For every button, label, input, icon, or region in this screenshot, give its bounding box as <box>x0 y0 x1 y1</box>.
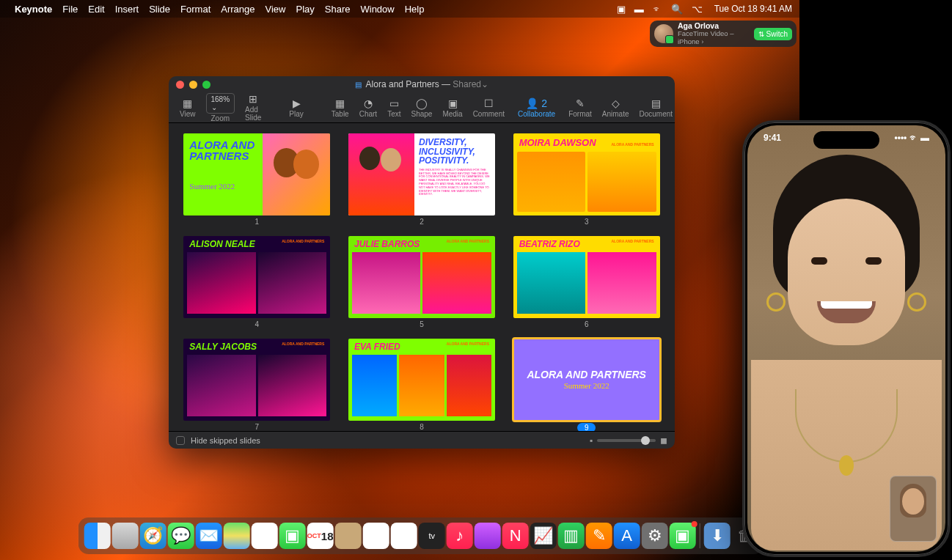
dock-notes[interactable] <box>391 523 417 549</box>
thumbnail-large-icon[interactable]: ◼ <box>660 435 667 446</box>
switch-button[interactable]: ⇅ Switch <box>754 28 792 40</box>
dock-news[interactable]: N <box>502 523 529 549</box>
menu-slide[interactable]: Slide <box>149 4 170 15</box>
view-button[interactable]: ▦View <box>176 97 199 118</box>
dock-messages[interactable]: 💬 <box>168 523 194 549</box>
slide-7[interactable]: SALLY JACOBSALORA AND PARTNERS <box>183 339 330 421</box>
slide-6-tag: ALORA AND PARTNERS <box>612 239 654 249</box>
menu-edit[interactable]: Edit <box>88 4 104 15</box>
zoom-control[interactable]: 168% ⌄Zoom <box>202 93 239 122</box>
dock-appstore[interactable]: A <box>614 523 640 549</box>
iphone-device: 9:41 •••• ᯤ ▬ <box>742 120 951 557</box>
menu-file[interactable]: File <box>62 4 78 15</box>
menu-view[interactable]: View <box>266 4 286 15</box>
chart-icon: ◔ <box>364 97 373 109</box>
menu-help[interactable]: Help <box>405 4 425 15</box>
menubar: Keynote File Edit Insert Slide Format Ar… <box>0 0 799 18</box>
slide-4[interactable]: ALISON NEALEALORA AND PARTNERS <box>183 236 330 318</box>
dock-music[interactable]: ♪ <box>447 523 473 549</box>
wifi-icon[interactable]: ᯤ <box>653 4 662 15</box>
facetime-handoff-notification[interactable]: Aga Orlova FaceTime Video – iPhone › ⇅ S… <box>650 21 797 47</box>
slide-num-6: 6 <box>585 320 589 328</box>
shape-button[interactable]: ◯Shape <box>407 97 436 118</box>
dock-downloads[interactable]: ⬇ <box>704 523 731 549</box>
switch-icon: ⇅ <box>758 30 764 38</box>
slide-4-tag: ALORA AND PARTNERS <box>282 239 324 249</box>
dock-podcasts[interactable] <box>475 523 501 549</box>
dock-calendar[interactable]: OCT18 <box>307 523 334 549</box>
dock-safari[interactable]: 🧭 <box>140 523 166 549</box>
slide-9[interactable]: ALORA AND PARTNERSSummer 2022 <box>513 339 660 421</box>
dock-launchpad[interactable] <box>112 523 139 549</box>
media-button[interactable]: ▣Media <box>439 97 466 118</box>
document-button[interactable]: ▤Document <box>636 97 675 118</box>
slide-num-3: 3 <box>585 218 589 226</box>
dock-facetime[interactable]: ▣ <box>279 523 306 549</box>
comment-button[interactable]: ☐Comment <box>469 97 508 118</box>
slide-7-title: SALLY JACOBS <box>189 342 257 352</box>
window-titlebar[interactable]: ▤ Alora and Partners — Shared⌄ <box>169 76 675 92</box>
text-button[interactable]: ▭Text <box>384 97 404 118</box>
collaborate-button[interactable]: 👤 2Collaborate <box>514 97 559 118</box>
camera-icon[interactable]: ▣ <box>617 4 626 15</box>
battery-icon[interactable]: ▬ <box>634 4 644 15</box>
table-button[interactable]: ▦Table <box>328 97 353 118</box>
thumbnail-size-slider[interactable] <box>597 439 656 442</box>
slide-6[interactable]: BEATRIZ RIZOALORA AND PARTNERS <box>513 236 660 318</box>
menu-format[interactable]: Format <box>180 4 210 15</box>
hide-skipped-checkbox[interactable] <box>176 436 185 445</box>
slide-1[interactable]: ALORA AND PARTNERSSummer 2022 <box>183 133 330 215</box>
format-button[interactable]: ✎Format <box>565 97 596 118</box>
slide-5[interactable]: JULIE BARROSALORA AND PARTNERS <box>348 236 495 318</box>
dock-settings[interactable]: ⚙ <box>642 523 668 549</box>
dock-tv[interactable]: tv <box>419 523 445 549</box>
control-center-icon[interactable]: ⌥ <box>692 4 703 15</box>
menu-window[interactable]: Window <box>360 4 394 15</box>
chart-button[interactable]: ◔Chart <box>356 97 381 118</box>
dock-pages[interactable]: ✎ <box>586 523 612 549</box>
dock-reminders[interactable] <box>363 523 389 549</box>
facetime-caller-face <box>766 169 927 375</box>
slide-2-body: THE INDUSTRY IS REALLY CHANGING FOR THE … <box>419 169 491 196</box>
close-button[interactable] <box>176 81 184 89</box>
slide-num-1: 1 <box>255 218 260 226</box>
minimize-button[interactable] <box>189 81 197 89</box>
menu-share[interactable]: Share <box>325 4 351 15</box>
dock-finder[interactable] <box>84 523 111 549</box>
spotlight-icon[interactable]: 🔍 <box>671 4 683 15</box>
slide-2[interactable]: DIVERSITY, INCLUSIVITY, POSITIVITY.THE I… <box>348 133 495 215</box>
dock-mail[interactable]: ✉️ <box>196 523 222 549</box>
fullscreen-button[interactable] <box>202 81 210 89</box>
dock-stocks[interactable]: 📈 <box>530 523 557 549</box>
dock-maps[interactable] <box>224 523 250 549</box>
dock-photos[interactable]: ❀ <box>252 523 278 549</box>
menu-arrange[interactable]: Arrange <box>221 4 255 15</box>
document-pane-icon: ▤ <box>651 97 661 109</box>
menubar-date[interactable]: Tue Oct 18 9:41 AM <box>714 4 792 14</box>
collaborate-icon: 👤 2 <box>526 97 547 109</box>
app-name[interactable]: Keynote <box>15 4 52 15</box>
slide-8-title: EVA FRIED <box>354 342 400 352</box>
dock-contacts[interactable] <box>335 523 362 549</box>
facetime-pip-self-view[interactable] <box>890 476 937 542</box>
slide-num-8: 8 <box>420 423 424 431</box>
dock-numbers[interactable]: ▥ <box>558 523 585 549</box>
animate-button[interactable]: ◇Animate <box>598 97 633 118</box>
slide-8[interactable]: EVA FRIEDALORA AND PARTNERS <box>348 339 495 421</box>
iphone-screen: 9:41 •••• ᯤ ▬ <box>747 125 945 552</box>
slide-5-title: JULIE BARROS <box>354 239 420 249</box>
plus-icon: ⊞ <box>249 93 257 105</box>
add-slide-button[interactable]: ⊞Add Slide <box>241 93 265 122</box>
notification-avatar <box>654 24 673 43</box>
slide-4-title: ALISON NEALE <box>189 239 255 249</box>
play-button[interactable]: ▶Play <box>285 97 307 118</box>
dock-facetime-app[interactable]: ▣ <box>670 523 696 549</box>
slide-3[interactable]: MOIRA DAWSONALORA AND PARTNERS <box>513 133 660 215</box>
iphone-notch <box>813 131 879 149</box>
thumbnail-small-icon[interactable]: ▪ <box>590 435 593 446</box>
slide-1-title: ALORA AND PARTNERS <box>189 139 257 161</box>
slide-2-title: DIVERSITY, INCLUSIVITY, POSITIVITY. <box>419 138 491 166</box>
menu-play[interactable]: Play <box>296 4 314 15</box>
menu-insert[interactable]: Insert <box>115 4 139 15</box>
slide-grid: ALORA AND PARTNERSSummer 20221 DIVERSITY… <box>169 123 675 431</box>
